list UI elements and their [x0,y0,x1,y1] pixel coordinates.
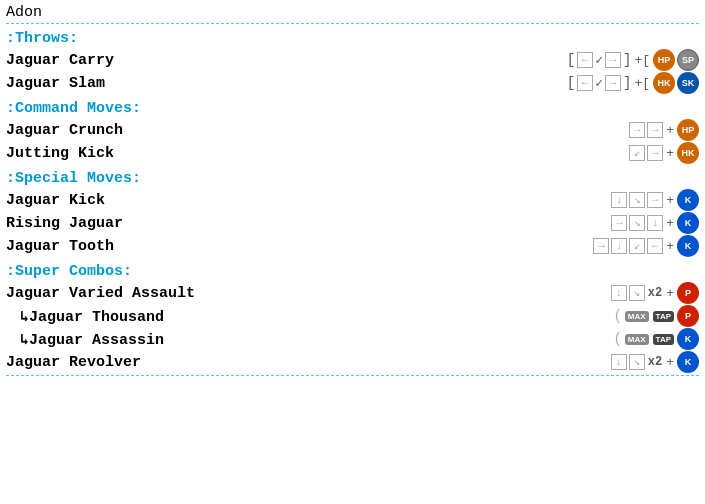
arrow-downright: ↘ [629,285,645,301]
move-name: Jaguar Revolver [6,354,286,371]
move-name: Jaguar Varied Assault [6,285,286,302]
table-row: Jaguar Varied Assault ↓ ↘ x2 + P [6,282,699,304]
p-button: P [677,282,699,304]
table-row: Jaguar Tooth → ↓ ↙ ← + K [6,235,699,257]
hk-button: HK [653,72,675,94]
move-inputs: → ↓ ↙ ← + K [593,235,699,257]
plus: + [666,146,674,161]
hp-button: HP [653,49,675,71]
table-row: Jutting Kick ↙ → + HK [6,142,699,164]
move-inputs: ↓ ↘ → + K [611,189,699,211]
arrow-left: ← [577,52,593,68]
arrow-right: → [629,122,645,138]
sk-button: SK [677,72,699,94]
k-button: K [677,212,699,234]
plus: + [666,239,674,254]
move-name: Jaguar Slam [6,75,286,92]
move-inputs: ↓ ↘ x2 + P [611,282,699,304]
k-button: K [677,189,699,211]
table-row: ↳Jaguar Thousand ( MAX TAP P [6,305,699,327]
table-row: Jaguar Revolver ↓ ↘ x2 + K [6,351,699,373]
plus: + [666,286,674,301]
k-button: K [677,235,699,257]
k-button: K [677,328,699,350]
table-row: ↳Jaguar Assassin ( MAX TAP K [6,328,699,350]
move-inputs: ( MAX TAP K [613,328,699,350]
bracket: ] [623,52,631,68]
arrow-left: ← [577,75,593,91]
page-title: Adon [6,4,699,21]
plus: + [666,355,674,370]
bottom-divider [6,375,699,376]
x2-label: x2 [648,286,662,300]
bracket: [ [567,52,575,68]
throws-header: :Throws: [6,30,699,47]
paren-icon: ( [613,331,621,347]
table-row: Jaguar Crunch → → + HP [6,119,699,141]
move-inputs: → → + HP [629,119,699,141]
paren-icon: ( [613,308,621,324]
tap-badge: TAP [653,334,674,345]
arrow-down: ↓ [647,215,663,231]
arrow-right: → [647,122,663,138]
move-name: Jaguar Kick [6,192,286,209]
bracket: ] [623,75,631,91]
top-divider [6,23,699,24]
bracket: [ [567,75,575,91]
move-inputs: ( MAX TAP P [613,305,699,327]
move-inputs: [ ← ✓ → ] +[ HK SK [567,72,699,94]
plus: +[ [634,76,650,91]
arrow-downright: ↘ [629,215,645,231]
move-inputs: → ↘ ↓ + K [611,212,699,234]
table-row: Rising Jaguar → ↘ ↓ + K [6,212,699,234]
move-name: ↳Jaguar Thousand [6,307,286,326]
arrow-right: → [647,145,663,161]
table-row: Jaguar Carry [ ← ✓ → ] +[ HP SP [6,49,699,71]
super-header: :Super Combos: [6,263,699,280]
command-header: :Command Moves: [6,100,699,117]
arrow-right: → [605,75,621,91]
arrow-down: ↓ [611,238,627,254]
arrow-right: → [611,215,627,231]
page: Adon :Throws: Jaguar Carry [ ← ✓ → ] +[ … [0,0,705,382]
plus: +[ [634,53,650,68]
arrow-right: → [593,238,609,254]
arrow-downright: ↘ [629,354,645,370]
arrow-down: ↓ [611,354,627,370]
move-name: ↳Jaguar Assassin [6,330,286,349]
move-name: Jaguar Tooth [6,238,286,255]
check-icon: ✓ [595,52,603,68]
special-header: :Special Moves: [6,170,699,187]
plus: + [666,123,674,138]
arrow-left: ← [647,238,663,254]
move-inputs: ↙ → + HK [629,142,699,164]
move-inputs: [ ← ✓ → ] +[ HP SP [567,49,699,71]
move-name: Jutting Kick [6,145,286,162]
arrow-downright: ↘ [629,192,645,208]
move-inputs: ↓ ↘ x2 + K [611,351,699,373]
x2-label: x2 [648,355,662,369]
table-row: Jaguar Slam [ ← ✓ → ] +[ HK SK [6,72,699,94]
sp-button: SP [677,49,699,71]
max-badge: MAX [625,311,649,322]
hk-button: HK [677,142,699,164]
move-name: Jaguar Crunch [6,122,286,139]
arrow-right: → [605,52,621,68]
k-button: K [677,351,699,373]
p-button: P [677,305,699,327]
plus: + [666,216,674,231]
check-icon: ✓ [595,75,603,91]
move-name: Rising Jaguar [6,215,286,232]
max-badge: MAX [625,334,649,345]
arrow-downleft: ↙ [629,145,645,161]
arrow-right: → [647,192,663,208]
move-name: Jaguar Carry [6,52,286,69]
table-row: Jaguar Kick ↓ ↘ → + K [6,189,699,211]
tap-badge: TAP [653,311,674,322]
hp-button: HP [677,119,699,141]
plus: + [666,193,674,208]
arrow-downleft: ↙ [629,238,645,254]
arrow-down: ↓ [611,285,627,301]
arrow-down: ↓ [611,192,627,208]
